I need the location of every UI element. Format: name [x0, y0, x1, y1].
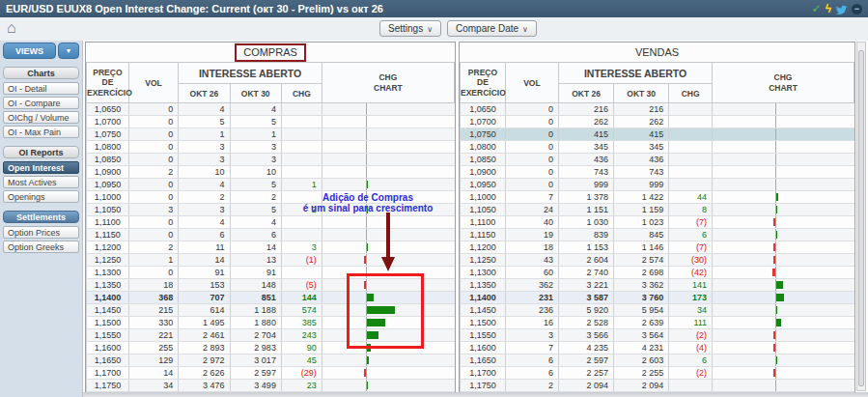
table-row[interactable]: 1,14002313 5873 760173 — [461, 292, 854, 304]
table-row[interactable]: 1,1000022 — [87, 191, 455, 204]
table-row[interactable]: 1,15502212 4612 704243 — [87, 329, 455, 342]
table-row[interactable]: 1,1300602 7402 698(42) — [461, 267, 854, 279]
table-row[interactable]: 1,14502156141 188574 — [87, 304, 455, 317]
chg-bar-cell — [322, 128, 454, 141]
positive-chg-bar — [367, 306, 395, 314]
table-row[interactable]: 1,06500216216 — [461, 103, 854, 116]
table-row[interactable]: 1,1150198398456 — [461, 229, 854, 241]
table-row[interactable]: 1,135018153148(5) — [87, 279, 455, 292]
chg-bar-cell — [322, 166, 454, 179]
column-header-chg: CHG — [669, 84, 713, 103]
table-row[interactable]: 1,07500415415 — [461, 128, 854, 141]
table-row[interactable]: 1,08500436436 — [461, 154, 854, 166]
table-row[interactable]: 1,100071 3781 42244 — [461, 191, 854, 204]
table-row[interactable]: 1,0650044 — [87, 103, 455, 116]
table-row[interactable]: 1,090021010 — [87, 166, 455, 179]
home-icon[interactable]: ⌂ — [7, 19, 16, 37]
sidebar-item-oi-max-pain[interactable]: OI - Max Pain — [3, 126, 79, 138]
column-header-okt26: OKT 26 — [179, 84, 230, 103]
settings-button[interactable]: Settings∨ — [379, 20, 441, 37]
chg-bar-cell — [713, 254, 854, 267]
chg-bar-cell — [322, 342, 454, 354]
positive-chg-bar — [776, 294, 785, 301]
table-row[interactable]: 1,13503623 2213 362141 — [461, 279, 854, 292]
table-row[interactable]: 1,1200211143 — [87, 241, 455, 254]
chg-bar-cell — [322, 191, 454, 204]
chg-bar-cell — [322, 116, 454, 128]
positive-chg-bar — [367, 294, 374, 301]
table-row[interactable]: 1,16002552 8932 98390 — [87, 342, 455, 354]
sidebar-item-openings[interactable]: Openings — [3, 190, 79, 203]
negative-chg-bar — [364, 281, 366, 289]
table-row[interactable]: 1,155033 5663 564(2) — [461, 329, 854, 342]
table-row[interactable]: 1,1700142 6262 597(29) — [87, 367, 455, 380]
positive-chg-bar — [367, 319, 385, 326]
sidebar: VIEWS ▼ ChartsOI - DetailOI - CompareOIC… — [0, 41, 83, 397]
compare-date-button[interactable]: Compare Date∨ — [447, 20, 537, 37]
column-group-open-interest: INTERESSE ABERTO — [558, 63, 712, 84]
sidebar-item-oi-detail[interactable]: OI - Detail — [3, 82, 79, 95]
table-row[interactable]: 1,14502365 9205 95434 — [461, 304, 854, 317]
vendas-table: PREÇO DE EXERCÍCIO VOL INTERESSE ABERTO … — [460, 62, 854, 397]
sidebar-item-open-interest[interactable]: Open Interest — [3, 161, 79, 174]
table-row[interactable]: 1,1100044 — [87, 216, 455, 229]
sidebar-item-most-actives[interactable]: Most Actives — [3, 176, 79, 188]
chg-bar-cell — [322, 329, 454, 342]
chg-bar-cell — [713, 342, 854, 354]
chevron-down-icon: ∨ — [522, 25, 528, 34]
table-row[interactable]: 1,0850033 — [87, 154, 455, 166]
table-row[interactable]: 1,08000345345 — [461, 141, 854, 154]
chg-bar-cell — [322, 103, 454, 116]
table-row[interactable]: 1,16501292 9723 01745 — [87, 354, 455, 367]
table-row[interactable]: 1,1100401 0301 023(7) — [461, 216, 854, 229]
table-row[interactable]: 1,165062 5972 6036 — [461, 354, 854, 367]
negative-chg-bar — [364, 369, 366, 377]
column-header-okt30: OKT 30 — [614, 84, 669, 103]
table-row[interactable]: 1,0750011 — [87, 128, 455, 141]
table-row[interactable]: 1,09500999999 — [461, 179, 854, 191]
page-title: EUR/USD EUUX8 Open Interest Change: Curr… — [0, 3, 383, 14]
sidebar-items: ChartsOI - DetailOI - CompareOIChg / Vol… — [3, 67, 79, 253]
table-row[interactable]: 1,09500451 — [87, 179, 455, 191]
chg-bar-cell — [713, 191, 854, 204]
table-row[interactable]: 1,1750343 4763 49923 — [87, 380, 455, 392]
table-row[interactable]: 1,1150066 — [87, 229, 455, 241]
minimize-icon[interactable]: − — [852, 4, 862, 14]
table-row[interactable]: 1,0800033 — [87, 141, 455, 154]
table-row[interactable]: 1,07000262262 — [461, 116, 854, 128]
table-row[interactable]: 1,1500162 5282 639111 — [461, 317, 854, 329]
chg-bar-cell — [322, 204, 454, 216]
negative-chg-bar — [773, 218, 775, 226]
table-row[interactable]: 1,125011413(1) — [87, 254, 455, 267]
vertical-scrollbar[interactable] — [856, 42, 866, 391]
positive-chg-bar — [367, 356, 369, 364]
chg-bar-cell — [322, 354, 454, 367]
sidebar-item-option-greeks[interactable]: Option Greeks — [3, 241, 79, 253]
sidebar-item-oi-compare[interactable]: OI - Compare — [3, 97, 79, 109]
table-row[interactable]: 1,175022 0942 094 — [461, 380, 854, 392]
table-row[interactable]: 1,170062 2572 255(2) — [461, 367, 854, 380]
chg-bar-cell — [713, 204, 854, 216]
lightning-icon[interactable]: ϟ — [826, 0, 831, 17]
table-row[interactable]: 1,130009191 — [87, 267, 455, 279]
negative-chg-bar — [773, 331, 775, 339]
table-row[interactable]: 1,1200181 1531 146(7) — [461, 241, 854, 254]
views-button[interactable]: VIEWS — [3, 43, 56, 59]
table-row[interactable]: 1,09000743743 — [461, 166, 854, 179]
table-row[interactable]: 1,10503352 — [87, 204, 455, 216]
scrollbar-thumb[interactable] — [858, 50, 864, 386]
table-row[interactable]: 1,15003301 4951 880385 — [87, 317, 455, 329]
table-row[interactable]: 1,1400368707851144 — [87, 292, 455, 304]
chg-bar-cell — [322, 367, 454, 380]
views-dropdown-button[interactable]: ▼ — [58, 43, 79, 59]
table-row[interactable]: 1,1050241 1511 1598 — [461, 204, 854, 216]
positive-chg-bar — [776, 206, 778, 213]
sidebar-item-oichg-volume[interactable]: OIChg / Volume — [3, 111, 79, 124]
table-row[interactable]: 1,160074 2354 231(4) — [461, 342, 854, 354]
sidebar-item-option-prices[interactable]: Option Prices — [3, 226, 79, 239]
table-row[interactable]: 1,1250432 6042 574(30) — [461, 254, 854, 267]
chg-bar-cell — [322, 292, 454, 304]
twitter-icon[interactable] — [835, 3, 848, 15]
negative-chg-bar — [364, 256, 366, 264]
table-row[interactable]: 1,0700055 — [87, 116, 455, 128]
